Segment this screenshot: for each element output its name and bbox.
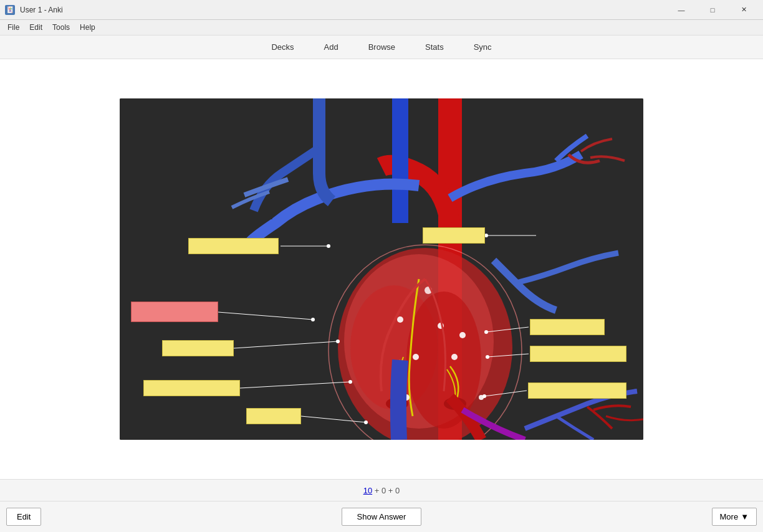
- anatomy-label-9: [530, 346, 626, 362]
- svg-point-13: [451, 354, 458, 360]
- anatomy-label-8: [530, 319, 605, 335]
- menu-edit[interactable]: Edit: [24, 22, 47, 33]
- main-content: [0, 59, 763, 479]
- anatomy-label-10: [528, 382, 626, 399]
- more-arrow-icon: ▼: [741, 512, 749, 521]
- anatomy-label-1: [188, 238, 279, 254]
- new-count[interactable]: 10: [363, 486, 372, 495]
- show-answer-button[interactable]: Show Answer: [342, 508, 422, 526]
- toolbar: Decks Add Browse Stats Sync: [0, 36, 763, 59]
- menu-tools[interactable]: Tools: [47, 22, 75, 33]
- svg-point-11: [459, 332, 466, 338]
- review-count: 0: [395, 486, 400, 495]
- svg-point-4: [406, 292, 481, 429]
- svg-point-9: [397, 316, 403, 323]
- card-counts: 10 + 0 + 0: [363, 486, 400, 495]
- anatomy-label-6: [246, 408, 301, 424]
- close-button[interactable]: ✕: [729, 0, 758, 20]
- menu-file[interactable]: File: [2, 22, 24, 33]
- minimize-button[interactable]: —: [667, 0, 696, 20]
- window-title: User 1 - Anki: [20, 6, 662, 14]
- toolbar-stats[interactable]: Stats: [420, 40, 449, 54]
- more-button[interactable]: More ▼: [712, 508, 757, 526]
- titlebar: 🃏 User 1 - Anki — □ ✕: [0, 0, 763, 20]
- svg-point-25: [348, 380, 352, 384]
- svg-point-21: [311, 318, 315, 321]
- menu-help[interactable]: Help: [75, 22, 100, 33]
- svg-point-35: [482, 394, 486, 398]
- svg-point-27: [364, 420, 368, 424]
- stats-bar: 10 + 0 + 0: [0, 479, 763, 501]
- separator2: +: [388, 486, 395, 495]
- edit-button[interactable]: Edit: [6, 508, 41, 526]
- learning-count: 0: [382, 486, 386, 495]
- toolbar-browse[interactable]: Browse: [363, 40, 400, 54]
- anatomy-label-5: [143, 380, 240, 396]
- more-label: More: [720, 512, 739, 521]
- flashcard-image: [120, 98, 643, 440]
- maximize-button[interactable]: □: [698, 0, 727, 20]
- anatomy-label-4: [162, 340, 234, 356]
- menubar: File Edit Tools Help: [0, 20, 763, 36]
- toolbar-sync[interactable]: Sync: [469, 40, 497, 54]
- toolbar-add[interactable]: Add: [319, 40, 343, 54]
- app-icon: 🃏: [5, 5, 15, 15]
- separator1: +: [375, 486, 382, 495]
- anatomy-label-2: [423, 227, 485, 244]
- anatomy-label-3: [131, 302, 218, 322]
- toolbar-decks[interactable]: Decks: [266, 40, 299, 54]
- svg-point-17: [327, 244, 330, 248]
- window-controls: — □ ✕: [667, 0, 758, 20]
- svg-point-23: [336, 340, 340, 343]
- action-bar: Edit Show Answer More ▼: [0, 501, 763, 532]
- svg-point-12: [413, 354, 419, 360]
- svg-point-33: [486, 355, 489, 359]
- svg-point-31: [484, 330, 488, 334]
